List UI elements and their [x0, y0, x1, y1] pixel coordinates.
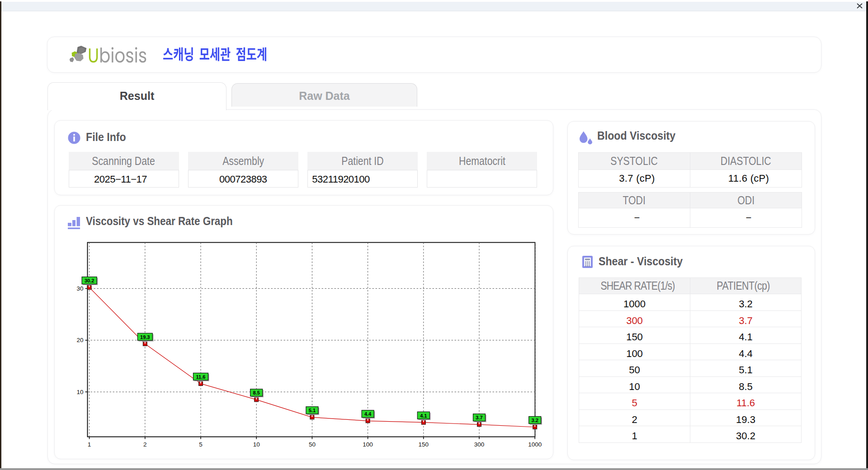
svg-text:1000: 1000: [528, 441, 542, 448]
svg-text:19.3: 19.3: [140, 334, 150, 340]
svg-text:10: 10: [76, 389, 83, 395]
svg-text:8.5: 8.5: [253, 390, 260, 395]
svg-text:30: 30: [76, 285, 83, 292]
svg-text:1: 1: [88, 441, 91, 448]
svg-text:20: 20: [76, 337, 83, 343]
svg-text:5.1: 5.1: [309, 408, 316, 413]
svg-text:4.1: 4.1: [420, 413, 427, 418]
svg-text:100: 100: [363, 441, 373, 448]
svg-text:300: 300: [474, 441, 485, 448]
svg-text:50: 50: [309, 441, 316, 448]
svg-text:2: 2: [143, 441, 147, 448]
svg-text:3.2: 3.2: [532, 418, 538, 423]
svg-text:150: 150: [419, 441, 429, 448]
svg-text:4.4: 4.4: [364, 411, 372, 417]
svg-text:30.2: 30.2: [85, 278, 94, 283]
svg-text:5: 5: [199, 441, 203, 448]
svg-text:11.6: 11.6: [196, 374, 206, 380]
svg-text:3.7: 3.7: [476, 415, 482, 420]
svg-text:10: 10: [253, 441, 260, 448]
